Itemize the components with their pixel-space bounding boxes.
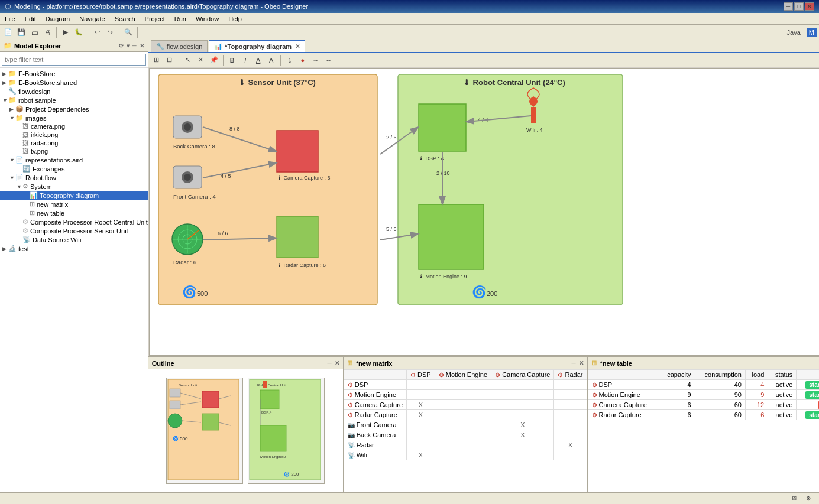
tree-item-tv[interactable]: ▶ 🖼 tv.png bbox=[0, 147, 148, 155]
tree-item-robot-flow[interactable]: ▼ 📄 Robot.flow bbox=[0, 173, 148, 182]
explorer-sync-icon[interactable]: ⟳ bbox=[119, 43, 124, 49]
svg-text:🌡 Robot Central Unit (24°C): 🌡 Robot Central Unit (24°C) bbox=[463, 78, 565, 87]
tree-item-project-deps[interactable]: ▶ 📦 Project Dependencies bbox=[0, 105, 148, 113]
tree-item-comp-proc-rcu[interactable]: ▶ ⚙ Composite Processor Robot Central Un… bbox=[0, 217, 148, 226]
tree-item-representations[interactable]: ▼ 📄 representations.aird bbox=[0, 155, 148, 164]
diag-tb-snap[interactable]: ⊞ bbox=[151, 54, 163, 66]
diag-tb-select[interactable]: ↖ bbox=[182, 54, 194, 66]
matrix-cell bbox=[554, 450, 587, 460]
matrix-row-label: ⚙Motion Engine bbox=[344, 390, 406, 400]
tree-item-camera[interactable]: ▶ 🖼 camera.png bbox=[0, 122, 148, 131]
toolbar-debug[interactable]: 🐛 bbox=[73, 27, 85, 38]
menu-help[interactable]: Help bbox=[224, 14, 247, 24]
matrix-minimize[interactable]: ─ bbox=[571, 360, 575, 366]
tab-flow-odesign[interactable]: 🔧 flow.odesign bbox=[151, 40, 208, 52]
diag-tb-delete[interactable]: ✕ bbox=[195, 54, 207, 66]
menu-project[interactable]: Project bbox=[140, 14, 170, 24]
diag-tb-bold[interactable]: B bbox=[226, 54, 238, 66]
diag-tb-font[interactable]: A bbox=[266, 54, 277, 66]
outline-panel: Outline ─ ✕ Sensor Unit bbox=[148, 357, 344, 492]
menu-window[interactable]: Window bbox=[191, 14, 224, 24]
tree-item-comp-proc-su[interactable]: ▶ ⚙ Composite Processor Sensor Unit bbox=[0, 226, 148, 235]
toolbar-save-all[interactable]: 🗃 bbox=[28, 27, 40, 38]
diagram-icon: 📊 bbox=[30, 191, 38, 199]
toolbar-print[interactable]: 🖨 bbox=[41, 27, 53, 38]
close-button[interactable]: ✕ bbox=[805, 2, 814, 11]
svg-text:Robot Central Unit: Robot Central Unit bbox=[257, 383, 287, 387]
svg-text:🌀: 🌀 bbox=[472, 285, 487, 299]
thumb-svg-robot: Robot Central Unit DSP:4 Motion Engine:9… bbox=[248, 378, 324, 483]
toolbar-redo[interactable]: ↪ bbox=[104, 27, 116, 38]
tab-close-icon[interactable]: ✕ bbox=[295, 43, 300, 50]
arrow-icon: ▶ bbox=[2, 71, 8, 77]
menu-navigate[interactable]: Navigate bbox=[75, 14, 109, 24]
diagram-canvas[interactable]: 🌡 Sensor Unit (37°C) Back Camera : 8 Fro… bbox=[149, 68, 819, 356]
status-settings-icon[interactable]: ⚙ bbox=[802, 493, 814, 505]
diag-tb-arrow2[interactable]: ↔ bbox=[323, 54, 335, 66]
nt-cell-name: ⚙Camera Capture bbox=[588, 400, 659, 410]
matrix-row-camera-capture: ⚙Camera Capture X bbox=[344, 400, 587, 410]
svg-point-52 bbox=[168, 414, 182, 428]
toolbar-save[interactable]: 💾 bbox=[15, 27, 27, 38]
outline-close[interactable]: ✕ bbox=[335, 360, 339, 366]
nt-cell-status: active bbox=[768, 380, 797, 390]
tree-item-new-matrix[interactable]: ▶ ⊞ new matrix bbox=[0, 200, 148, 209]
tree-item-test[interactable]: ▶ 🔬 test bbox=[0, 244, 148, 253]
matrix-table: ⚙ DSP ⚙ Motion Engine ⚙ Camera Capture ⚙… bbox=[344, 369, 587, 460]
outline-minimize[interactable]: ─ bbox=[328, 360, 332, 366]
svg-text:Back Camera : 8: Back Camera : 8 bbox=[173, 143, 215, 149]
toolbar-search[interactable]: 🔍 bbox=[122, 27, 134, 38]
explorer-minimize-icon[interactable]: ─ bbox=[132, 43, 137, 49]
diag-tb-arrow[interactable]: → bbox=[310, 54, 322, 66]
tree-item-new-table[interactable]: ▶ ⊞ new table bbox=[0, 209, 148, 217]
outline-thumb-robot: Robot Central Unit DSP:4 Motion Engine:9… bbox=[248, 378, 325, 484]
diag-tb-italic[interactable]: I bbox=[239, 54, 251, 66]
tree-item-topography-diagram[interactable]: ▶ 📊 Topography diagram bbox=[0, 191, 148, 200]
tree-item-flow-design[interactable]: ▶ 🔧 flow.design bbox=[0, 87, 148, 96]
matrix-cell bbox=[554, 380, 587, 390]
matrix-close[interactable]: ✕ bbox=[579, 360, 584, 366]
menu-search[interactable]: Search bbox=[110, 14, 140, 24]
tree-item-images[interactable]: ▼ 📁 images bbox=[0, 113, 148, 122]
explorer-search-input[interactable] bbox=[2, 54, 146, 66]
toolbar-undo[interactable]: ↩ bbox=[91, 27, 103, 38]
explorer-collapse-icon[interactable]: ▾ bbox=[127, 43, 130, 49]
tree-item-datasource-wifi[interactable]: ▶ 📡 Data Source Wifi bbox=[0, 235, 148, 244]
menu-run[interactable]: Run bbox=[170, 14, 191, 24]
tree-item-ebookstore[interactable]: ▶ 📁 E-BookStore bbox=[0, 69, 148, 78]
maximize-button[interactable]: □ bbox=[794, 2, 804, 11]
diag-tb-grid[interactable]: ⊟ bbox=[164, 54, 176, 66]
diag-tb-color[interactable]: ● bbox=[297, 54, 309, 66]
menu-diagram[interactable]: Diagram bbox=[41, 14, 75, 24]
tree-label: representations.aird bbox=[25, 157, 83, 164]
menu-file[interactable]: File bbox=[0, 14, 20, 24]
svg-rect-63 bbox=[260, 390, 279, 409]
matrix-cell bbox=[435, 420, 491, 430]
toolbar-new[interactable]: 📄 bbox=[2, 27, 14, 38]
tree-item-system[interactable]: ▼ ⚙ System bbox=[0, 182, 148, 191]
diag-tb-underline[interactable]: A bbox=[253, 54, 264, 66]
tree-item-irkick[interactable]: ▶ 🖼 irkick.png bbox=[0, 131, 148, 139]
matrix-content: ⚙ DSP ⚙ Motion Engine ⚙ Camera Capture ⚙… bbox=[344, 369, 587, 492]
svg-text:🌡 Camera Capture : 6: 🌡 Camera Capture : 6 bbox=[277, 175, 331, 181]
svg-rect-33 bbox=[531, 107, 536, 123]
bottom-row: Outline ─ ✕ Sensor Unit bbox=[148, 356, 819, 492]
diag-tb-pin[interactable]: 📌 bbox=[208, 54, 220, 66]
minimize-button[interactable]: ─ bbox=[784, 2, 793, 11]
nt-col-load: load bbox=[745, 370, 768, 380]
diag-tb-route[interactable]: ⤵ bbox=[284, 54, 296, 66]
explorer-close-icon[interactable]: ✕ bbox=[140, 43, 144, 49]
file-icon: 🖼 bbox=[22, 123, 29, 130]
menu-edit[interactable]: Edit bbox=[20, 14, 41, 24]
tree-item-robot-sample[interactable]: ▼ 📁 robot.sample bbox=[0, 96, 148, 105]
toolbar-run[interactable]: ▶ bbox=[60, 27, 72, 38]
col-icon: ⚙ bbox=[410, 372, 416, 378]
matrix-row-wifi: 📡Wifi X bbox=[344, 450, 587, 460]
tab-topography[interactable]: 📊 *Topography diagram ✕ bbox=[209, 40, 305, 52]
svg-point-4 bbox=[184, 123, 191, 131]
tree-item-ebookstore-shared[interactable]: ▶ 📁 E-BookStore.shared bbox=[0, 78, 148, 87]
matrix-cell bbox=[407, 420, 435, 430]
tree-item-exchanges[interactable]: ▶ 🔄 Exchanges bbox=[0, 164, 148, 173]
status-monitor-icon[interactable]: 🖥 bbox=[788, 493, 800, 505]
tree-item-radar[interactable]: ▶ 🖼 radar.png bbox=[0, 139, 148, 147]
